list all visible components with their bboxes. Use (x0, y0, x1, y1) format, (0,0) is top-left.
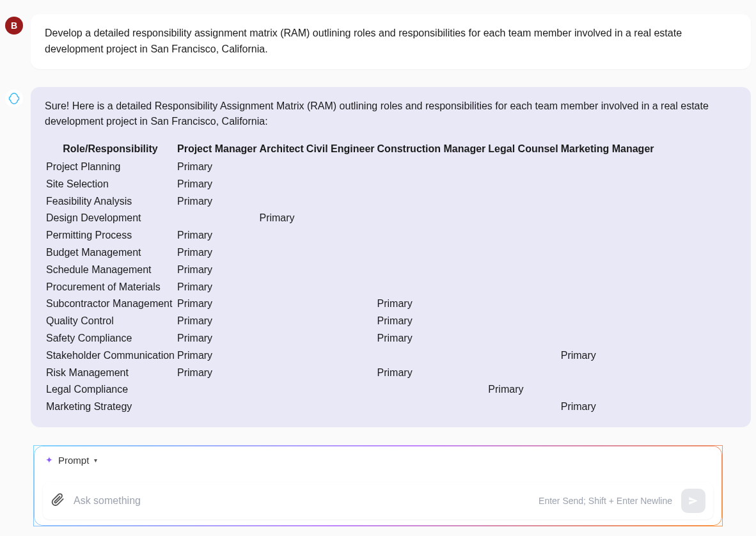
col-header: Civil Engineer (305, 140, 376, 159)
cell (305, 244, 376, 262)
col-header: Construction Manager (376, 140, 487, 159)
cell (560, 210, 656, 227)
cell (376, 210, 487, 227)
cell: Primary (376, 296, 487, 313)
cell (487, 296, 559, 313)
ram-table: Role/Responsibility Project Manager Arch… (45, 140, 656, 416)
table-row: Quality ControlPrimaryPrimary (45, 313, 656, 330)
cell (376, 244, 487, 262)
cell: Primary (176, 159, 258, 176)
table-row: Marketing StrategyPrimary (45, 398, 656, 416)
col-header: Marketing Manager (560, 140, 656, 159)
ai-message-bubble: Sure! Here is a detailed Responsibility … (31, 87, 751, 427)
cell (305, 313, 376, 330)
attachment-icon[interactable] (51, 493, 65, 509)
row-label: Procurement of Materials (45, 279, 176, 296)
cell (487, 365, 559, 382)
cell (560, 313, 656, 330)
cell (487, 176, 559, 193)
cell (376, 227, 487, 244)
cell (560, 227, 656, 244)
cell (305, 159, 376, 176)
cell (487, 398, 559, 416)
row-label: Budget Management (45, 244, 176, 262)
row-label: Site Selection (45, 176, 176, 193)
ai-logo-icon (7, 91, 21, 106)
table-header-row: Role/Responsibility Project Manager Arch… (45, 140, 656, 159)
cell (487, 210, 559, 227)
col-header: Project Manager (176, 140, 258, 159)
cell: Primary (176, 279, 258, 296)
cell (487, 159, 559, 176)
cell (305, 398, 376, 416)
cell (305, 262, 376, 279)
cell: Primary (176, 313, 258, 330)
cell (560, 330, 656, 347)
input-hint: Enter Send; Shift + Enter Newline (539, 496, 672, 506)
cell (487, 330, 559, 347)
row-label: Safety Compliance (45, 330, 176, 347)
cell: Primary (176, 244, 258, 262)
cell (487, 313, 559, 330)
cell: Primary (176, 227, 258, 244)
cell: Primary (176, 193, 258, 210)
cell (560, 159, 656, 176)
cell (258, 313, 304, 330)
cell: Primary (176, 176, 258, 193)
cell: Primary (376, 365, 487, 382)
cell (258, 227, 304, 244)
cell (176, 210, 258, 227)
cell (305, 296, 376, 313)
ai-avatar (5, 90, 23, 107)
send-button[interactable] (681, 489, 705, 513)
cell (176, 381, 258, 398)
cell (305, 227, 376, 244)
table-row: Risk ManagementPrimaryPrimary (45, 365, 656, 382)
cell: Primary (258, 210, 304, 227)
cell: Primary (176, 347, 258, 365)
cell: Primary (560, 347, 656, 365)
cell (305, 193, 376, 210)
cell (376, 347, 487, 365)
cell (560, 244, 656, 262)
table-row: Subcontractor ManagementPrimaryPrimary (45, 296, 656, 313)
row-label: Risk Management (45, 365, 176, 382)
table-row: Legal CompliancePrimary (45, 381, 656, 398)
cell (487, 347, 559, 365)
cell (487, 193, 559, 210)
prompt-type-selector[interactable]: ✦ Prompt ▾ (43, 455, 713, 466)
cell (305, 365, 376, 382)
cell (376, 398, 487, 416)
col-header: Architect (258, 140, 304, 159)
row-label: Marketing Strategy (45, 398, 176, 416)
user-message-bubble: Develop a detailed responsibility assign… (31, 14, 751, 69)
col-header: Role/Responsibility (45, 140, 176, 159)
sparkle-icon: ✦ (45, 455, 53, 465)
cell: Primary (376, 330, 487, 347)
cell: Primary (376, 313, 487, 330)
cell: Primary (176, 330, 258, 347)
cell (376, 159, 487, 176)
cell (560, 176, 656, 193)
cell: Primary (560, 398, 656, 416)
table-row: Budget ManagementPrimary (45, 244, 656, 262)
cell (305, 330, 376, 347)
prompt-box: ✦ Prompt ▾ Enter Send; Shift + Enter New… (33, 445, 723, 526)
cell (305, 210, 376, 227)
cell (376, 193, 487, 210)
user-avatar: B (5, 17, 23, 35)
cell (560, 296, 656, 313)
table-row: Design DevelopmentPrimary (45, 210, 656, 227)
col-header: Legal Counsel (487, 140, 559, 159)
cell (560, 381, 656, 398)
cell (376, 279, 487, 296)
cell (258, 365, 304, 382)
user-message-row: B Develop a detailed responsibility assi… (5, 14, 751, 69)
prompt-input[interactable] (74, 495, 530, 507)
ai-intro-text: Sure! Here is a detailed Responsibility … (45, 99, 737, 130)
cell (258, 381, 304, 398)
row-label: Subcontractor Management (45, 296, 176, 313)
user-message-text: Develop a detailed responsibility assign… (45, 28, 682, 54)
cell (376, 262, 487, 279)
cell (258, 347, 304, 365)
